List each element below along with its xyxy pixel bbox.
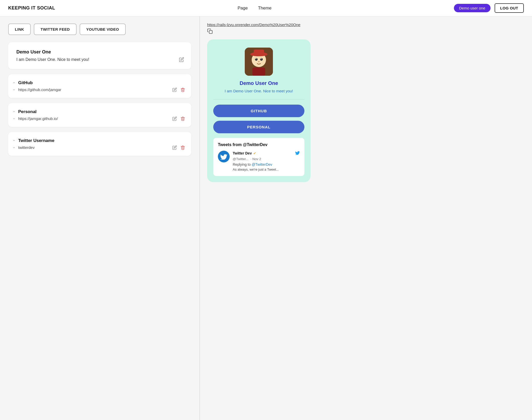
tweet-bird-icon (295, 151, 300, 156)
profile-name: Demo User One (16, 49, 183, 55)
svg-rect-4 (254, 50, 264, 55)
left-panel: LINK TWITTER FEED YOUTUBE VIDEO Demo Use… (0, 16, 200, 420)
preview-github-button[interactable]: GITHUB (213, 105, 304, 117)
preview-divider (213, 99, 304, 100)
tweet-reply-link[interactable]: @TwitterDev (252, 162, 272, 167)
svg-point-8 (261, 58, 262, 59)
tweet-body: Twitter Dev ✔ @Twitter... · Nov 2 (233, 151, 300, 171)
svg-rect-0 (209, 30, 212, 34)
personal-reorder-handle[interactable]: ⌃ ⌄ (12, 109, 16, 120)
profile-bio: I am Demo User One. Nice to meet you! (16, 57, 183, 62)
svg-point-7 (256, 58, 257, 59)
profile-edit-button[interactable] (179, 57, 184, 63)
personal-delete-button[interactable] (180, 116, 185, 122)
twitter-link-content: Twitter Username twitterdev (18, 138, 183, 150)
github-edit-button[interactable] (172, 87, 177, 93)
tweet-reply-text: Replying to @TwitterDev (233, 162, 300, 167)
personal-edit-button[interactable] (172, 116, 177, 122)
preview-avatar (245, 48, 273, 76)
twitter-card-actions (172, 145, 185, 151)
tweet-content: As always, we're just a Tweet... (233, 168, 300, 171)
svg-rect-10 (252, 68, 265, 76)
app-header: KEEPING IT SOCIAL Page Theme Demo user o… (0, 0, 532, 16)
github-link-title: GitHub (18, 80, 183, 85)
preview-url-link[interactable]: https://rails-lzvu.onrender.com/Demo%20U… (207, 23, 311, 27)
github-link-content: GitHub https://github.com/jamgar (18, 80, 183, 92)
twitter-reorder-handle[interactable]: ⌃ ⌄ (12, 138, 16, 149)
header-right: Demo user one LOG OUT (454, 3, 524, 13)
tweet-author-name: Twitter Dev (233, 151, 252, 155)
github-link-url: https://github.com/jamgar (18, 87, 183, 92)
personal-link-url: https://jamgar.github.io/ (18, 116, 183, 121)
add-youtube-video-button[interactable]: YOUTUBE VIDEO (80, 24, 126, 35)
personal-link-title: Personal (18, 109, 183, 114)
right-panel: https://rails-lzvu.onrender.com/Demo%20U… (200, 16, 318, 420)
twitter-link-title: Twitter Username (18, 138, 183, 143)
tweet-handle: @Twitter... (233, 157, 249, 161)
twitter-delete-button[interactable] (180, 145, 185, 151)
header-nav: Page Theme (238, 6, 272, 11)
tweet-avatar (218, 151, 230, 162)
tweet-verified-icon: ✔ (253, 151, 256, 155)
twitter-link-card: ⌃ ⌄ Twitter Username twitterdev (8, 132, 191, 156)
add-buttons-row: LINK TWITTER FEED YOUTUBE VIDEO (8, 24, 191, 35)
twitter-edit-button[interactable] (172, 145, 177, 151)
twitter-link-url: twitterdev (18, 145, 183, 150)
add-link-button[interactable]: LINK (8, 24, 31, 35)
nav-theme[interactable]: Theme (258, 6, 272, 11)
preview-personal-button[interactable]: PERSONAL (213, 121, 304, 133)
svg-point-9 (258, 61, 260, 62)
personal-link-card: ⌃ ⌄ Personal https://jamgar.github.io/ (8, 103, 191, 127)
main-layout: LINK TWITTER FEED YOUTUBE VIDEO Demo Use… (0, 16, 532, 420)
github-card-actions (172, 87, 185, 93)
user-badge-button[interactable]: Demo user one (454, 4, 491, 12)
tweet-item: Twitter Dev ✔ @Twitter... · Nov 2 (218, 151, 300, 171)
tweet-preview-header: Tweets from @TwitterDev (218, 142, 300, 147)
preview-username: Demo User One (240, 80, 278, 86)
personal-link-content: Personal https://jamgar.github.io/ (18, 109, 183, 121)
github-link-card: ⌃ ⌄ GitHub https://github.com/jamgar (8, 74, 191, 98)
preview-bio: I am Demo User One. Nice to meet you! (225, 88, 293, 94)
personal-card-actions (172, 116, 185, 122)
tweet-date: · Nov 2 (251, 157, 261, 161)
tweet-preview-card: Tweets from @TwitterDev Twitter Dev ✔ (213, 138, 304, 176)
add-twitter-feed-button[interactable]: TWITTER FEED (34, 24, 76, 35)
copy-url-button[interactable] (207, 28, 213, 35)
github-reorder-handle[interactable]: ⌃ ⌄ (12, 80, 16, 91)
logout-button[interactable]: LOG OUT (495, 3, 524, 13)
tweet-name-row: Twitter Dev ✔ (233, 151, 300, 156)
github-delete-button[interactable] (180, 87, 185, 93)
nav-page[interactable]: Page (238, 6, 248, 11)
app-logo: KEEPING IT SOCIAL (8, 5, 55, 11)
profile-card: Demo User One I am Demo User One. Nice t… (8, 42, 191, 69)
preview-card: Demo User One I am Demo User One. Nice t… (207, 39, 311, 182)
